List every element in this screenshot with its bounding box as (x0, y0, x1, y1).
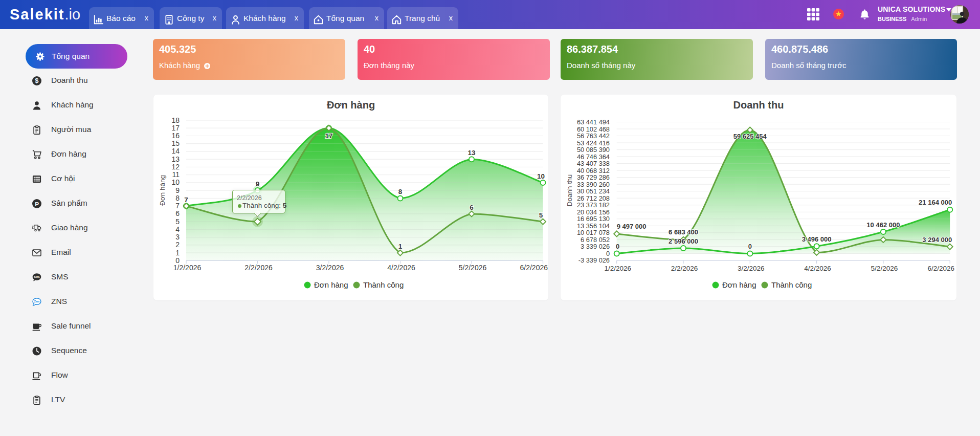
svg-text:20 034 156: 20 034 156 (577, 208, 610, 216)
svg-text:13: 13 (467, 149, 476, 157)
svg-text:2 596 000: 2 596 000 (669, 237, 698, 245)
svg-text:1: 1 (398, 243, 403, 250)
svg-text:Zns: Zns (34, 299, 40, 303)
svg-text:18: 18 (171, 116, 180, 124)
svg-text:12: 12 (171, 163, 180, 171)
svg-text:63 441 494: 63 441 494 (577, 118, 610, 126)
svg-text:Đơn hàng: Đơn hàng (722, 280, 756, 289)
svg-text:43 407 338: 43 407 338 (577, 160, 610, 167)
svg-text:5/2/2026: 5/2/2026 (871, 265, 898, 272)
svg-text:6/2/2026: 6/2/2026 (520, 264, 548, 272)
svg-text:4/2/2026: 4/2/2026 (387, 264, 415, 272)
svg-text:10: 10 (171, 178, 180, 186)
svg-text:SMS: SMS (34, 275, 40, 278)
svg-text:3/2/2026: 3/2/2026 (738, 265, 765, 272)
svg-text:7: 7 (175, 202, 180, 210)
svg-text:10 017 078: 10 017 078 (577, 229, 610, 236)
svg-text:11: 11 (172, 170, 180, 179)
svg-text:Đơn hàng: Đơn hàng (314, 280, 348, 289)
svg-text:3 496 000: 3 496 000 (802, 235, 832, 243)
svg-text:21 164 000: 21 164 000 (919, 199, 952, 206)
svg-text:10: 10 (537, 172, 545, 180)
svg-text:Thành công: Thành công (363, 280, 404, 289)
svg-text:7: 7 (184, 196, 188, 204)
svg-text:13: 13 (171, 155, 180, 163)
svg-text:6: 6 (175, 209, 180, 217)
svg-text:9: 9 (175, 186, 180, 194)
svg-text:3 294 000: 3 294 000 (922, 236, 952, 244)
svg-text:26 712 208: 26 712 208 (577, 194, 610, 202)
svg-text:2/2/2026: 2/2/2026 (671, 265, 698, 272)
svg-text:Doanh thu: Doanh thu (566, 175, 573, 206)
svg-text:13 356 104: 13 356 104 (577, 222, 610, 230)
svg-text:0: 0 (606, 250, 610, 257)
svg-text:9 497 000: 9 497 000 (617, 223, 647, 230)
svg-text:60 102 468: 60 102 468 (577, 125, 610, 133)
svg-text:2: 2 (175, 241, 180, 249)
svg-text:P: P (35, 201, 39, 208)
svg-text:50 085 390: 50 085 390 (577, 146, 610, 154)
svg-text:8: 8 (398, 188, 403, 195)
svg-text:-3 339 026: -3 339 026 (578, 256, 610, 264)
svg-text:6: 6 (470, 204, 474, 211)
svg-text:8: 8 (175, 194, 180, 202)
svg-text:59 625 454: 59 625 454 (733, 133, 767, 140)
svg-text:36 729 286: 36 729 286 (577, 173, 610, 181)
svg-text:0: 0 (616, 243, 619, 250)
svg-text:1: 1 (175, 249, 180, 257)
svg-text:Thành công: Thành công (771, 280, 812, 289)
svg-text:46 746 364: 46 746 364 (577, 153, 610, 161)
svg-text:5: 5 (175, 217, 180, 226)
svg-text:6 683 400: 6 683 400 (669, 228, 698, 236)
svg-text:17: 17 (325, 132, 332, 140)
svg-text:33 390 260: 33 390 260 (577, 181, 610, 188)
svg-text:Đơn hàng: Đơn hàng (159, 175, 166, 206)
svg-text:16 695 130: 16 695 130 (577, 215, 610, 223)
svg-text:6/2/2026: 6/2/2026 (927, 265, 954, 272)
svg-text:15: 15 (171, 139, 180, 147)
svg-text:1/2/2026: 1/2/2026 (604, 265, 631, 272)
svg-text:2/2/2026: 2/2/2026 (244, 264, 273, 272)
svg-text:17: 17 (171, 124, 180, 132)
svg-text:4: 4 (175, 225, 180, 233)
svg-text:3: 3 (175, 233, 180, 241)
svg-text:40 068 312: 40 068 312 (577, 167, 610, 175)
svg-text:0: 0 (748, 243, 752, 250)
svg-text:16: 16 (171, 132, 180, 140)
svg-text:5/2/2026: 5/2/2026 (459, 264, 487, 272)
svg-text:1/2/2026: 1/2/2026 (173, 264, 202, 272)
svg-text:3/2/2026: 3/2/2026 (316, 264, 344, 272)
svg-text:5: 5 (539, 211, 543, 219)
svg-text:30 051 234: 30 051 234 (577, 187, 610, 195)
svg-text:53 424 416: 53 424 416 (577, 139, 610, 147)
svg-text:14: 14 (171, 147, 180, 155)
svg-text:6 678 052: 6 678 052 (581, 236, 610, 244)
svg-text:10 462 000: 10 462 000 (866, 221, 900, 229)
svg-text:23 373 182: 23 373 182 (577, 201, 610, 209)
svg-text:$: $ (35, 77, 39, 84)
svg-text:3 339 026: 3 339 026 (581, 243, 610, 250)
svg-text:9: 9 (256, 180, 260, 188)
svg-text:4/2/2026: 4/2/2026 (804, 265, 831, 272)
svg-text:56 763 442: 56 763 442 (577, 132, 610, 140)
